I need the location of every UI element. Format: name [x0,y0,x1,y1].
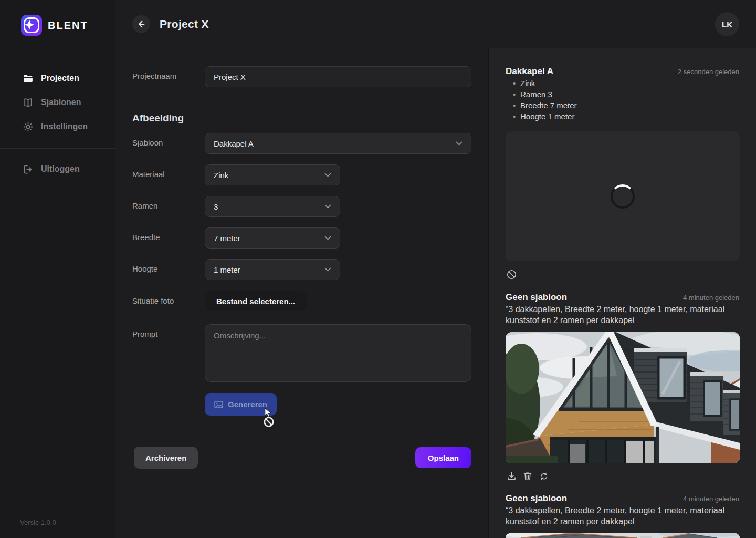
file-select-button[interactable]: Bestand selecteren... [205,291,307,311]
chevron-down-icon [324,236,331,240]
archive-button[interactable]: Archiveren [134,447,198,469]
result-description: “3 dakkapellen, Breedte 2 meter, hoogte … [506,304,740,326]
refresh-icon [539,471,549,481]
result-timestamp: 4 minuten geleden [683,294,739,302]
spec-item: Zink [513,78,577,89]
sjabloon-select[interactable]: Dakkapel A [205,133,471,154]
logout-icon [22,163,34,175]
chevron-down-icon [324,204,331,209]
sidebar-item-sjablonen[interactable]: Sjablonen [0,90,116,115]
generating-image-placeholder [506,131,740,261]
spec-item: Hoogte 1 meter [513,111,577,122]
hoogte-select[interactable]: 1 meter [205,259,340,280]
sidebar-nav: Projecten Sjablonen Instellingen [0,66,116,139]
brand[interactable]: BLENT [0,0,116,36]
cancel-generation-button[interactable] [506,268,517,280]
materiaal-select[interactable]: Zink [205,164,340,185]
result-title: Dakkapel A [506,66,553,77]
regenerate-button[interactable] [538,470,550,482]
result-timestamp: 2 seconden geleden [678,68,739,76]
block-icon [506,269,517,280]
form-footer: Archiveren Opslaan [116,433,488,538]
dormer-3 [723,390,740,435]
sidebar-item-label: Uitloggen [41,164,80,174]
project-form: Projectnaam Afbeelding Sjabloon Dakkapel… [116,48,488,433]
image-icon [214,401,223,408]
generated-house-image-partial [506,533,740,538]
folder-icon [22,73,34,84]
delete-button[interactable] [522,470,533,482]
ramen-value: 3 [214,202,218,211]
spec-item: Ramen 3 [513,89,577,100]
ramen-select[interactable]: 3 [205,196,340,217]
sjabloon-value: Dakkapel A [214,139,254,148]
sidebar: BLENT Projecten Sjablonen Instellingen [0,0,116,538]
header: Project X LK [116,0,756,48]
chevron-down-icon [324,173,331,177]
projectnaam-label: Projectnaam [132,71,176,80]
hoogte-value: 1 meter [214,265,240,274]
prompt-textarea-wrap [205,324,471,382]
chevron-down-icon [324,267,331,272]
sidebar-item-label: Sjablonen [41,98,81,107]
result-timestamp: 4 minuten geleden [683,495,739,503]
generate-button-label: Genereren [228,400,267,409]
generate-button[interactable]: Genereren [205,393,277,416]
download-button[interactable] [506,470,517,482]
situatie-foto-label: Situatie foto [132,296,174,305]
sidebar-item-instellingen[interactable]: Instellingen [0,115,116,139]
ramen-label: Ramen [132,201,158,210]
download-icon [507,471,517,481]
results-panel: Dakkapel A 2 seconden geleden Zink Ramen… [488,0,756,538]
generated-house-image [506,332,740,463]
app-window: BLENT Projecten Sjablonen Instellingen [0,0,756,538]
prompt-label: Prompt [132,329,158,338]
version-label: Versie 1.0.0 [20,519,56,526]
sidebar-item-label: Projecten [41,74,79,83]
sidebar-item-uitloggen[interactable]: Uitloggen [0,157,116,181]
arrow-left-icon [136,19,146,29]
materiaal-label: Materiaal [132,170,165,179]
page-title: Project X [160,18,209,30]
section-title-afbeelding: Afbeelding [132,112,184,124]
projectnaam-input[interactable] [214,73,463,81]
blent-logo-icon [21,15,42,36]
prompt-textarea[interactable] [214,331,463,375]
chevron-down-icon [456,141,463,146]
hoogte-label: Hoogte [132,264,158,273]
breedte-label: Breedte [132,233,160,242]
projectnaam-input-wrap [205,66,471,87]
gear-icon [22,121,34,132]
sidebar-item-projecten[interactable]: Projecten [0,66,116,90]
result-spec-list: Zink Ramen 3 Breedte 7 meter Hoogte 1 me… [513,78,577,122]
header-main: Project X [116,0,488,48]
trash-icon [523,471,532,481]
breedte-select[interactable]: 7 meter [205,227,340,249]
back-button[interactable] [132,15,150,33]
book-icon [22,97,34,108]
result-title: Geen sjabloon [506,493,567,504]
result-description: “3 dakkapellen, Breedte 2 meter, hoogte … [506,505,740,527]
header-right: LK [488,0,756,48]
sidebar-divider [0,148,116,149]
save-button[interactable]: Opslaan [415,447,471,468]
avatar[interactable]: LK [715,12,739,36]
spec-item: Breedte 7 meter [513,100,577,111]
result-title: Geen sjabloon [506,292,567,303]
materiaal-value: Zink [214,171,228,180]
sidebar-item-label: Instellingen [41,122,88,131]
dormer-2 [690,372,723,421]
sjabloon-label: Sjabloon [132,138,163,147]
breedte-value: 7 meter [214,234,240,243]
loading-spinner [611,184,635,209]
brand-name: BLENT [48,19,88,32]
